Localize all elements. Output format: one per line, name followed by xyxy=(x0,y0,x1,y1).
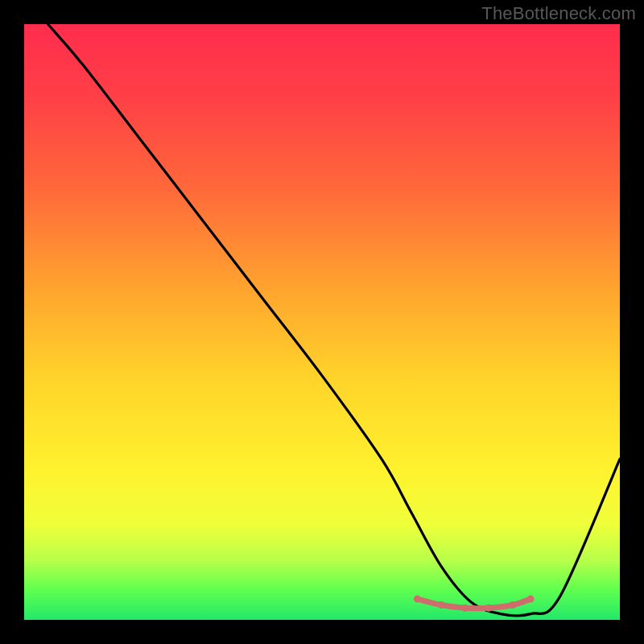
chart-frame: TheBottleneck.com xyxy=(0,0,644,644)
flat-zone-dot xyxy=(414,596,421,603)
flat-zone-dot xyxy=(527,596,535,603)
flat-zone-dot xyxy=(438,601,445,609)
bottleneck-curve xyxy=(48,24,620,616)
gradient-plot-area xyxy=(24,24,620,620)
watermark-label: TheBottleneck.com xyxy=(481,3,636,24)
curve-layer xyxy=(24,24,620,620)
flat-zone-dot xyxy=(509,601,516,609)
flat-zone-dot xyxy=(461,605,469,612)
flat-zone-dot xyxy=(485,605,493,612)
